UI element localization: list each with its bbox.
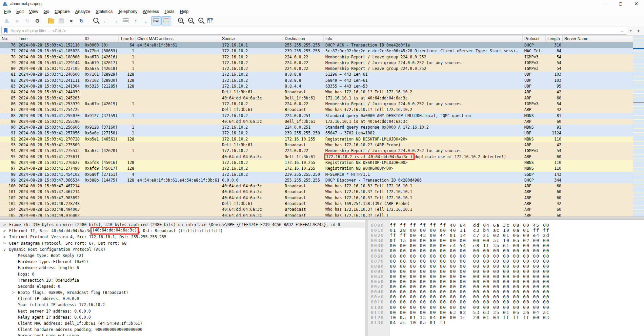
packet-row-76[interactable]: 762024-08-28 15:03:41.1521100x0000 (0)64… [0, 42, 644, 48]
packet-row-92[interactable]: 922024-08-28 15:03:41.2707280xb5e1 (4656… [0, 136, 644, 142]
go-last-button[interactable]: ↓ [141, 16, 151, 25]
display-filter-input[interactable] [10, 28, 617, 34]
packet-row-94[interactable]: 942024-08-28 15:03:41.2755330xa67c (4262… [0, 148, 644, 154]
expander-collapsed-icon[interactable]: > [3, 228, 9, 234]
detail-line-7[interactable]: Hardware type: Ethernet (0x01) [0, 259, 365, 265]
detail-line-5[interactable]: ∨Dynamic Host Configuration Protocol (AC… [0, 246, 365, 253]
packet-row-100[interactable]: 1002024-08-28 15:03:47.46721440:64:dd:04… [0, 183, 644, 189]
hex-row-0130[interactable]: 013004 ac 10 0a 01 ff [368, 320, 644, 325]
hex-row-0070[interactable]: 007000 00 00 00 00 00 00 00 00 00 00 00 … [368, 259, 644, 264]
hex-row-00f0[interactable]: 00f000 00 00 00 00 00 00 00 00 00 00 00 … [368, 299, 644, 304]
go-back-button[interactable]: ← [100, 16, 110, 25]
menu-edit[interactable]: Edit [14, 8, 26, 15]
hex-row-00e0[interactable]: 00e000 00 00 00 00 00 00 00 00 00 00 00 … [368, 294, 644, 299]
detail-line-17[interactable]: Client MAC address: Dell_1f:3b:61 (e4:54… [0, 320, 365, 326]
hex-row-00b0[interactable]: 00b000 00 00 00 00 00 00 00 00 00 00 00 … [368, 279, 644, 284]
packet-row-97[interactable]: 972024-08-28 15:03:41.2774900xafd9 (4501… [0, 166, 644, 171]
hex-row-0080[interactable]: 008000 00 00 00 00 00 00 00 00 00 00 00 … [368, 264, 644, 269]
column-header-id[interactable]: ID [83, 36, 119, 42]
detail-line-8[interactable]: Hardware address length: 6 [0, 265, 365, 271]
auto-scroll-button[interactable] [151, 16, 161, 25]
expander-collapsed-icon[interactable]: > [12, 290, 18, 296]
resize-columns-button[interactable] [205, 16, 215, 25]
packet-row-96[interactable]: 962024-08-28 15:03:41.2766270xafd8 (4501… [0, 160, 644, 166]
menu-capture[interactable]: Capture [52, 8, 72, 15]
filter-bookmark-icon[interactable] [4, 28, 7, 33]
menu-tools[interactable]: Tools [162, 8, 177, 15]
open-file-button[interactable] [46, 16, 56, 25]
packet-row-77[interactable]: 772024-08-28 15:03:41.1850280x77bd (3065… [0, 48, 644, 54]
packet-row-102[interactable]: 1022024-08-28 15:03:47.98369240:64:dd:04… [0, 195, 644, 201]
maximize-button[interactable]: ▢ [613, 0, 628, 7]
packet-row-99[interactable]: 992024-08-28 15:03:47.3665340x388b (1447… [0, 178, 644, 183]
detail-line-12[interactable]: >Bootp flags: 0x8000, Broadcast flag (Br… [0, 290, 365, 296]
hex-row-00a0[interactable]: 00a000 00 00 00 00 00 00 00 00 00 00 00 … [368, 274, 644, 279]
packet-row-88[interactable]: 882024-08-28 15:03:41.2550700x9127 (3715… [0, 113, 644, 119]
packet-row-84[interactable]: 842024-08-28 15:03:41.244839Dell_1f:3b:6… [0, 89, 644, 95]
packet-row-89[interactable]: 892024-08-28 15:03:41.25519640:64:dd:04:… [0, 119, 644, 125]
close-button[interactable]: ✕ [628, 0, 644, 7]
packet-row-93[interactable]: 932024-08-28 15:03:41.275509Dell_1f:3b:6… [0, 142, 644, 148]
reload-file-button[interactable]: ↻ [77, 16, 86, 25]
packet-row-95[interactable]: 952024-08-28 15:03:41.27561140:64:dd:04:… [0, 154, 644, 160]
packet-row-78[interactable]: 782024-08-28 15:03:41.1883000xa678 (4261… [0, 54, 644, 60]
hex-row-0050[interactable]: 005000 00 00 00 00 00 00 00 00 00 00 00 … [368, 248, 644, 253]
hex-row-0090[interactable]: 009000 00 00 00 00 00 00 00 00 00 00 00 … [368, 269, 644, 274]
packet-row-86[interactable]: 862024-08-28 15:03:41.2539790xa67b (4261… [0, 101, 644, 107]
filter-add-button[interactable]: + [635, 28, 643, 34]
expander-expanded-icon[interactable]: ∨ [3, 246, 9, 253]
packet-row-101[interactable]: 1012024-08-28 15:03:47.46721440:64:dd:04… [0, 189, 644, 195]
packet-row-82[interactable]: 822024-08-28 15:03:41.2411110x7102 (2893… [0, 78, 644, 83]
go-first-button[interactable]: ↑ [131, 16, 141, 25]
filter-dropdown-caret[interactable]: ▾ [627, 29, 635, 33]
detail-line-11[interactable]: Seconds elapsed: 0 [0, 283, 365, 290]
detail-line-15[interactable]: Next server IP address: 0.0.0.0 [0, 308, 365, 314]
hex-row-0000[interactable]: 0000ff ff ff ff ff ff 40 64 dd 04 6a 3c … [368, 223, 644, 228]
detail-line-3[interactable]: >Internet Protocol Version 4, Src: 172.1… [0, 234, 365, 240]
hex-row-0060[interactable]: 006000 00 00 00 00 00 00 00 00 00 00 00 … [368, 254, 644, 259]
capture-options-button[interactable]: ⚙ [33, 16, 42, 25]
column-header-no[interactable]: No. [0, 36, 17, 42]
find-packet-button[interactable] [90, 16, 100, 25]
menu-help[interactable]: Help [177, 8, 191, 15]
filter-apply-icon[interactable]: → [617, 28, 627, 33]
column-header-source[interactable]: Source [220, 36, 283, 42]
intelligent-scrollbar[interactable] [633, 36, 644, 217]
column-header-protocol[interactable]: Protocol [523, 36, 546, 42]
display-filter-box[interactable]: → [1, 27, 627, 35]
packet-row-79[interactable]: 792024-08-28 15:03:41.2291440xa679 (4261… [0, 60, 644, 66]
hex-row-00d0[interactable]: 00d000 00 00 00 00 00 00 00 00 00 00 00 … [368, 289, 644, 294]
column-header-server-name[interactable]: Server Name [563, 36, 633, 42]
zoom-in-button[interactable]: + [175, 16, 185, 25]
packet-row-80[interactable]: 802024-08-28 15:03:41.2371050xa67a (4261… [0, 66, 644, 72]
go-forward-button[interactable]: → [110, 16, 120, 25]
vertical-splitter[interactable] [365, 220, 368, 336]
detail-line-16[interactable]: Relay agent IP address: 0.0.0.0 [0, 314, 365, 320]
packet-row-98[interactable]: 982024-08-28 15:03:41.4541020x6a0f (2715… [0, 172, 644, 178]
detail-line-2[interactable]: >Ethernet II, Src: 40:64:dd:04:6a:3c (40… [0, 228, 365, 234]
expander-collapsed-icon[interactable]: > [3, 240, 9, 246]
start-capture-button[interactable] [2, 16, 12, 25]
column-header-client-mac-address[interactable]: Client MAC address [136, 36, 220, 42]
detail-line-10[interactable]: Transaction ID: 0xe42d0f1a [0, 277, 365, 283]
minimize-button[interactable]: — [597, 0, 613, 7]
packet-row-91[interactable]: 912024-08-28 15:03:41.2570560x6a0e (2715… [0, 130, 644, 136]
packet-row-103[interactable]: 1032024-08-28 15:03:48.278748Dell_1f:3b:… [0, 201, 644, 207]
save-file-button[interactable] [56, 16, 66, 25]
horizontal-splitter[interactable] [0, 217, 644, 220]
expander-collapsed-icon[interactable]: > [3, 222, 9, 228]
menu-analyze[interactable]: Analyze [73, 8, 93, 15]
detail-line-19[interactable]: Server host name not given [0, 333, 365, 336]
column-header-time[interactable]: Time [17, 36, 83, 42]
menu-go[interactable]: Go [41, 8, 52, 15]
column-header-info[interactable]: Info [324, 36, 523, 42]
packet-row-81[interactable]: 812024-08-28 15:03:41.2405000x7101 (2892… [0, 72, 644, 77]
expander-collapsed-icon[interactable]: > [3, 234, 9, 240]
hex-row-0110[interactable]: 011000 00 00 00 00 00 63 82 53 63 35 01 … [368, 310, 644, 315]
detail-line-18[interactable]: Client hardware address padding: 0000000… [0, 326, 365, 333]
detail-line-13[interactable]: Client IP address: 0.0.0.0 [0, 296, 365, 302]
hex-row-0100[interactable]: 010000 00 00 00 00 00 00 00 00 00 00 00 … [368, 305, 644, 310]
menu-statistics[interactable]: Statistics [93, 8, 115, 15]
detail-line-1[interactable]: >Frame 76: 310 bytes on wire (2480 bits)… [0, 222, 365, 228]
hex-row-0030[interactable]: 00300f 1a 00 00 80 00 00 00 00 00 ac 10 … [368, 238, 644, 243]
